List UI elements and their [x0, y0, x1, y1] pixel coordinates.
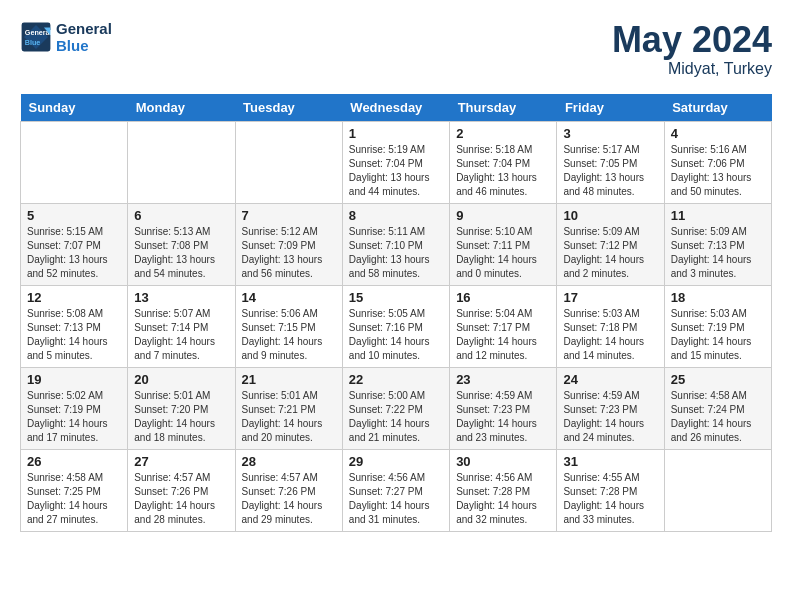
day-number: 7 — [242, 208, 336, 223]
calendar-empty-cell — [21, 121, 128, 203]
day-info: Sunrise: 5:07 AMSunset: 7:14 PMDaylight:… — [134, 307, 228, 363]
calendar-day-13: 13Sunrise: 5:07 AMSunset: 7:14 PMDayligh… — [128, 285, 235, 367]
day-info: Sunrise: 4:57 AMSunset: 7:26 PMDaylight:… — [242, 471, 336, 527]
logo-icon: General Blue — [20, 21, 52, 53]
day-header-friday: Friday — [557, 94, 664, 122]
day-info: Sunrise: 4:56 AMSunset: 7:27 PMDaylight:… — [349, 471, 443, 527]
day-header-monday: Monday — [128, 94, 235, 122]
calendar-day-15: 15Sunrise: 5:05 AMSunset: 7:16 PMDayligh… — [342, 285, 449, 367]
calendar-day-29: 29Sunrise: 4:56 AMSunset: 7:27 PMDayligh… — [342, 449, 449, 531]
day-info: Sunrise: 5:15 AMSunset: 7:07 PMDaylight:… — [27, 225, 121, 281]
day-info: Sunrise: 5:05 AMSunset: 7:16 PMDaylight:… — [349, 307, 443, 363]
day-number: 21 — [242, 372, 336, 387]
day-number: 15 — [349, 290, 443, 305]
calendar-day-19: 19Sunrise: 5:02 AMSunset: 7:19 PMDayligh… — [21, 367, 128, 449]
calendar-day-25: 25Sunrise: 4:58 AMSunset: 7:24 PMDayligh… — [664, 367, 771, 449]
day-number: 10 — [563, 208, 657, 223]
day-number: 2 — [456, 126, 550, 141]
day-header-sunday: Sunday — [21, 94, 128, 122]
calendar-empty-cell — [235, 121, 342, 203]
day-info: Sunrise: 5:04 AMSunset: 7:17 PMDaylight:… — [456, 307, 550, 363]
day-info: Sunrise: 5:09 AMSunset: 7:13 PMDaylight:… — [671, 225, 765, 281]
calendar-day-4: 4Sunrise: 5:16 AMSunset: 7:06 PMDaylight… — [664, 121, 771, 203]
day-header-thursday: Thursday — [450, 94, 557, 122]
calendar-empty-cell — [128, 121, 235, 203]
day-number: 1 — [349, 126, 443, 141]
day-info: Sunrise: 5:08 AMSunset: 7:13 PMDaylight:… — [27, 307, 121, 363]
calendar-week-row: 1Sunrise: 5:19 AMSunset: 7:04 PMDaylight… — [21, 121, 772, 203]
day-number: 13 — [134, 290, 228, 305]
day-info: Sunrise: 5:17 AMSunset: 7:05 PMDaylight:… — [563, 143, 657, 199]
logo-line2: Blue — [56, 37, 112, 54]
day-info: Sunrise: 4:55 AMSunset: 7:28 PMDaylight:… — [563, 471, 657, 527]
day-info: Sunrise: 5:00 AMSunset: 7:22 PMDaylight:… — [349, 389, 443, 445]
calendar-day-26: 26Sunrise: 4:58 AMSunset: 7:25 PMDayligh… — [21, 449, 128, 531]
day-number: 28 — [242, 454, 336, 469]
day-info: Sunrise: 4:58 AMSunset: 7:25 PMDaylight:… — [27, 471, 121, 527]
page-header: General Blue General Blue May 2024 Midya… — [20, 20, 772, 78]
day-number: 4 — [671, 126, 765, 141]
day-info: Sunrise: 5:01 AMSunset: 7:20 PMDaylight:… — [134, 389, 228, 445]
title-block: May 2024 Midyat, Turkey — [612, 20, 772, 78]
day-number: 11 — [671, 208, 765, 223]
day-info: Sunrise: 5:03 AMSunset: 7:18 PMDaylight:… — [563, 307, 657, 363]
day-info: Sunrise: 4:56 AMSunset: 7:28 PMDaylight:… — [456, 471, 550, 527]
calendar-day-31: 31Sunrise: 4:55 AMSunset: 7:28 PMDayligh… — [557, 449, 664, 531]
day-number: 29 — [349, 454, 443, 469]
calendar-day-2: 2Sunrise: 5:18 AMSunset: 7:04 PMDaylight… — [450, 121, 557, 203]
calendar-week-row: 5Sunrise: 5:15 AMSunset: 7:07 PMDaylight… — [21, 203, 772, 285]
day-info: Sunrise: 5:06 AMSunset: 7:15 PMDaylight:… — [242, 307, 336, 363]
day-info: Sunrise: 5:10 AMSunset: 7:11 PMDaylight:… — [456, 225, 550, 281]
calendar-day-11: 11Sunrise: 5:09 AMSunset: 7:13 PMDayligh… — [664, 203, 771, 285]
day-header-wednesday: Wednesday — [342, 94, 449, 122]
calendar-day-3: 3Sunrise: 5:17 AMSunset: 7:05 PMDaylight… — [557, 121, 664, 203]
day-number: 24 — [563, 372, 657, 387]
calendar-day-17: 17Sunrise: 5:03 AMSunset: 7:18 PMDayligh… — [557, 285, 664, 367]
calendar-day-30: 30Sunrise: 4:56 AMSunset: 7:28 PMDayligh… — [450, 449, 557, 531]
day-info: Sunrise: 5:03 AMSunset: 7:19 PMDaylight:… — [671, 307, 765, 363]
calendar-day-22: 22Sunrise: 5:00 AMSunset: 7:22 PMDayligh… — [342, 367, 449, 449]
calendar-header-row: SundayMondayTuesdayWednesdayThursdayFrid… — [21, 94, 772, 122]
calendar-day-27: 27Sunrise: 4:57 AMSunset: 7:26 PMDayligh… — [128, 449, 235, 531]
svg-text:Blue: Blue — [25, 38, 41, 47]
day-info: Sunrise: 5:16 AMSunset: 7:06 PMDaylight:… — [671, 143, 765, 199]
logo: General Blue General Blue — [20, 20, 112, 54]
day-info: Sunrise: 5:19 AMSunset: 7:04 PMDaylight:… — [349, 143, 443, 199]
day-number: 27 — [134, 454, 228, 469]
day-number: 25 — [671, 372, 765, 387]
day-number: 9 — [456, 208, 550, 223]
calendar-day-24: 24Sunrise: 4:59 AMSunset: 7:23 PMDayligh… — [557, 367, 664, 449]
day-header-saturday: Saturday — [664, 94, 771, 122]
calendar-day-5: 5Sunrise: 5:15 AMSunset: 7:07 PMDaylight… — [21, 203, 128, 285]
calendar-week-row: 19Sunrise: 5:02 AMSunset: 7:19 PMDayligh… — [21, 367, 772, 449]
day-number: 17 — [563, 290, 657, 305]
logo-line1: General — [56, 20, 112, 37]
calendar-day-16: 16Sunrise: 5:04 AMSunset: 7:17 PMDayligh… — [450, 285, 557, 367]
calendar-empty-cell — [664, 449, 771, 531]
month-year: May 2024 — [612, 20, 772, 60]
day-info: Sunrise: 5:09 AMSunset: 7:12 PMDaylight:… — [563, 225, 657, 281]
calendar-week-row: 26Sunrise: 4:58 AMSunset: 7:25 PMDayligh… — [21, 449, 772, 531]
calendar-week-row: 12Sunrise: 5:08 AMSunset: 7:13 PMDayligh… — [21, 285, 772, 367]
day-number: 3 — [563, 126, 657, 141]
calendar-day-6: 6Sunrise: 5:13 AMSunset: 7:08 PMDaylight… — [128, 203, 235, 285]
day-info: Sunrise: 5:11 AMSunset: 7:10 PMDaylight:… — [349, 225, 443, 281]
calendar-day-23: 23Sunrise: 4:59 AMSunset: 7:23 PMDayligh… — [450, 367, 557, 449]
day-info: Sunrise: 5:13 AMSunset: 7:08 PMDaylight:… — [134, 225, 228, 281]
day-number: 31 — [563, 454, 657, 469]
day-info: Sunrise: 4:58 AMSunset: 7:24 PMDaylight:… — [671, 389, 765, 445]
calendar-day-9: 9Sunrise: 5:10 AMSunset: 7:11 PMDaylight… — [450, 203, 557, 285]
day-number: 8 — [349, 208, 443, 223]
calendar-day-12: 12Sunrise: 5:08 AMSunset: 7:13 PMDayligh… — [21, 285, 128, 367]
day-number: 19 — [27, 372, 121, 387]
calendar-day-20: 20Sunrise: 5:01 AMSunset: 7:20 PMDayligh… — [128, 367, 235, 449]
day-header-tuesday: Tuesday — [235, 94, 342, 122]
day-number: 26 — [27, 454, 121, 469]
calendar-table: SundayMondayTuesdayWednesdayThursdayFrid… — [20, 94, 772, 532]
day-number: 16 — [456, 290, 550, 305]
calendar-day-18: 18Sunrise: 5:03 AMSunset: 7:19 PMDayligh… — [664, 285, 771, 367]
day-info: Sunrise: 5:18 AMSunset: 7:04 PMDaylight:… — [456, 143, 550, 199]
day-number: 14 — [242, 290, 336, 305]
day-number: 6 — [134, 208, 228, 223]
calendar-day-10: 10Sunrise: 5:09 AMSunset: 7:12 PMDayligh… — [557, 203, 664, 285]
